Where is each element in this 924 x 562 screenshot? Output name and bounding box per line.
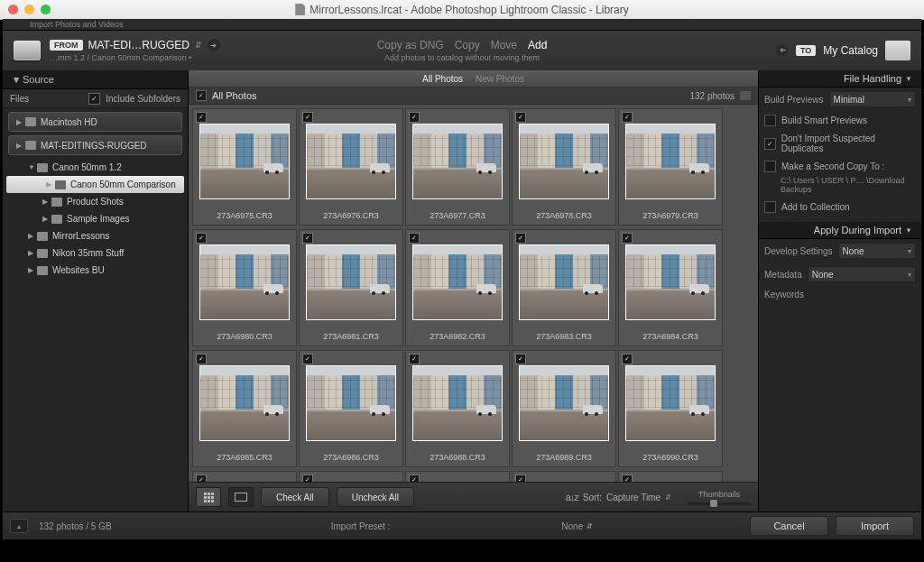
- thumbnail-checkbox[interactable]: [409, 233, 420, 244]
- thumbnail-cell[interactable]: 273A6978.CR3: [512, 108, 616, 226]
- folder-icon: [25, 141, 36, 150]
- check-all-button[interactable]: Check All: [261, 487, 329, 507]
- tree-item[interactable]: ▶Canon 50mm Comparison: [6, 176, 184, 193]
- thumbnail-size-slider[interactable]: Thumbnails: [688, 490, 751, 505]
- tree-item[interactable]: ▶MirrorLessons: [3, 227, 188, 244]
- back-arrow-icon[interactable]: ➔: [776, 44, 789, 57]
- import-op-move[interactable]: Move: [491, 39, 517, 51]
- develop-settings-select[interactable]: None: [838, 243, 916, 259]
- thumbnail-cell[interactable]: 273A6989.CR3: [512, 350, 616, 467]
- thumbnail-image: [412, 365, 503, 441]
- metadata-select[interactable]: None: [808, 266, 916, 282]
- from-block[interactable]: FROM MAT-EDI…RUGGED ⇵ ➔ …mm 1.2 / Canon …: [50, 39, 220, 62]
- thumbnail-cell[interactable]: 273A6982.CR3: [405, 229, 510, 346]
- thumbnail-checkbox[interactable]: [515, 474, 526, 482]
- tree-item[interactable]: ▶Macintosh HD: [8, 112, 182, 132]
- keywords-row[interactable]: Keywords: [759, 286, 921, 329]
- tree-item[interactable]: ▼Canon 50mm 1.2: [3, 159, 188, 176]
- sort-label: Sort:: [583, 493, 602, 502]
- forward-arrow-icon[interactable]: ➔: [208, 39, 220, 51]
- thumbnail-cell[interactable]: 273A6976.CR3: [299, 108, 403, 226]
- thumbnail-cell[interactable]: 273A6983.CR3: [512, 229, 616, 346]
- thumbnail-cell[interactable]: 273A6986.CR3: [299, 350, 403, 467]
- thumbnail-checkbox[interactable]: [515, 354, 526, 364]
- import-status: 132 photos / 5 GB: [39, 521, 112, 531]
- thumbnail-cell[interactable]: 273A6980.CR3: [192, 229, 297, 346]
- thumbnail-checkbox[interactable]: [622, 354, 633, 364]
- thumbnail-checkbox[interactable]: [622, 112, 633, 123]
- thumbnail-cell[interactable]: [405, 471, 510, 482]
- tab-all-photos[interactable]: All Photos: [422, 74, 463, 84]
- thumbnail-filename: 273A6981.CR3: [300, 332, 402, 341]
- thumbnail-checkbox[interactable]: [622, 233, 633, 244]
- build-previews-select[interactable]: Minimal: [829, 91, 916, 107]
- thumbnail-filename: 273A6977.CR3: [406, 211, 509, 220]
- thumbnail-cell[interactable]: 273A6985.CR3: [192, 350, 297, 467]
- all-photos-bar: All Photos 132 photos: [189, 88, 758, 105]
- thumbnail-checkbox[interactable]: [196, 354, 207, 364]
- thumbnail-checkbox[interactable]: [515, 112, 526, 123]
- tree-item[interactable]: ▶Product Shots: [3, 193, 188, 210]
- second-copy-checkbox[interactable]: Make a Second Copy To :: [759, 157, 921, 176]
- apply-during-import-header[interactable]: Apply During Import▼: [759, 222, 921, 239]
- grid-view-button[interactable]: [196, 487, 221, 507]
- thumbnail-cell[interactable]: 273A6981.CR3: [299, 229, 403, 346]
- import-op-add[interactable]: Add: [528, 39, 547, 51]
- thumbnail-checkbox[interactable]: [409, 354, 420, 364]
- thumbnail-checkbox[interactable]: [409, 474, 420, 482]
- thumbnail-checkbox[interactable]: [196, 233, 207, 244]
- folder-icon: [37, 163, 48, 172]
- thumbnail-cell[interactable]: 273A6988.CR3: [405, 350, 510, 467]
- thumbnail-checkbox[interactable]: [622, 474, 633, 482]
- source-tree: ▶Macintosh HD▶MAT-EDITINGS-RUGGED▼Canon …: [3, 108, 188, 511]
- thumbnail-checkbox[interactable]: [302, 233, 313, 244]
- thumbnail-cell[interactable]: 273A6979.CR3: [618, 108, 723, 226]
- tab-new-photos[interactable]: New Photos: [476, 74, 524, 84]
- import-button[interactable]: Import: [836, 516, 914, 536]
- grid-toolbar: Check All Uncheck All a↓z Sort: Capture …: [189, 482, 758, 511]
- cancel-button[interactable]: Cancel: [750, 516, 828, 536]
- collapse-icon[interactable]: [740, 91, 751, 100]
- smart-previews-checkbox[interactable]: Build Smart Previews: [759, 111, 921, 130]
- import-preset-control[interactable]: Import Preset : None⇵: [331, 521, 593, 531]
- import-header-strip: Import Photos and Videos: [3, 19, 921, 31]
- thumbnail-filename: 273A6978.CR3: [513, 211, 615, 220]
- file-handling-header[interactable]: File Handling▼: [759, 70, 921, 88]
- thumbnail-cell[interactable]: [299, 471, 403, 482]
- loupe-view-button[interactable]: [228, 487, 254, 507]
- tree-item[interactable]: ▶Websites BU: [3, 262, 188, 279]
- add-to-collection-checkbox[interactable]: Add to Collection: [759, 198, 921, 217]
- thumbnail-cell[interactable]: 273A6984.CR3: [618, 229, 723, 346]
- source-header[interactable]: ▶ Source: [3, 70, 188, 89]
- import-op-copy[interactable]: Copy: [455, 39, 480, 51]
- suspected-duplicates-checkbox[interactable]: Don't Import Suspected Duplicates: [759, 130, 921, 157]
- include-subfolders-checkbox[interactable]: [88, 93, 100, 105]
- expand-panel-button[interactable]: ▴: [10, 519, 28, 533]
- thumbnail-cell[interactable]: 273A6977.CR3: [405, 108, 510, 226]
- to-block[interactable]: ➔ TO My Catalog: [776, 41, 910, 60]
- thumbnail-cell[interactable]: [192, 471, 297, 482]
- thumbnail-checkbox[interactable]: [302, 474, 313, 482]
- thumbnail-checkbox[interactable]: [196, 112, 207, 123]
- thumbnail-checkbox[interactable]: [409, 112, 420, 123]
- tree-item[interactable]: ▶Sample Images: [3, 210, 188, 227]
- folder-icon: [37, 249, 48, 258]
- thumbnail-cell[interactable]: 273A6975.CR3: [192, 108, 297, 226]
- tree-item[interactable]: ▶Nikon 35mm Stuff: [3, 244, 188, 262]
- thumbnail-checkbox[interactable]: [302, 354, 313, 364]
- updown-icon[interactable]: ⇵: [195, 41, 202, 50]
- thumbnail-cell[interactable]: 273A6990.CR3: [618, 350, 723, 467]
- thumbnail-cell[interactable]: [512, 471, 616, 482]
- tree-item[interactable]: ▶MAT-EDITINGS-RUGGED: [8, 135, 182, 155]
- import-op-copy-as-dng[interactable]: Copy as DNG: [377, 39, 444, 51]
- master-checkbox[interactable]: [196, 90, 207, 101]
- thumbnail-checkbox[interactable]: [515, 233, 526, 244]
- operation-subtitle: Add photos to catalog without moving the…: [377, 53, 548, 62]
- sort-control[interactable]: a↓z Sort: Capture Time ⇵: [566, 492, 671, 502]
- tree-item-label: Macintosh HD: [41, 117, 97, 127]
- thumbnail-checkbox[interactable]: [302, 112, 313, 123]
- thumbnail-checkbox[interactable]: [196, 474, 207, 482]
- thumbnail-grid-scroll[interactable]: 273A6975.CR3273A6976.CR3273A6977.CR3273A…: [189, 105, 758, 482]
- uncheck-all-button[interactable]: Uncheck All: [337, 487, 414, 507]
- thumbnail-cell[interactable]: [618, 471, 723, 482]
